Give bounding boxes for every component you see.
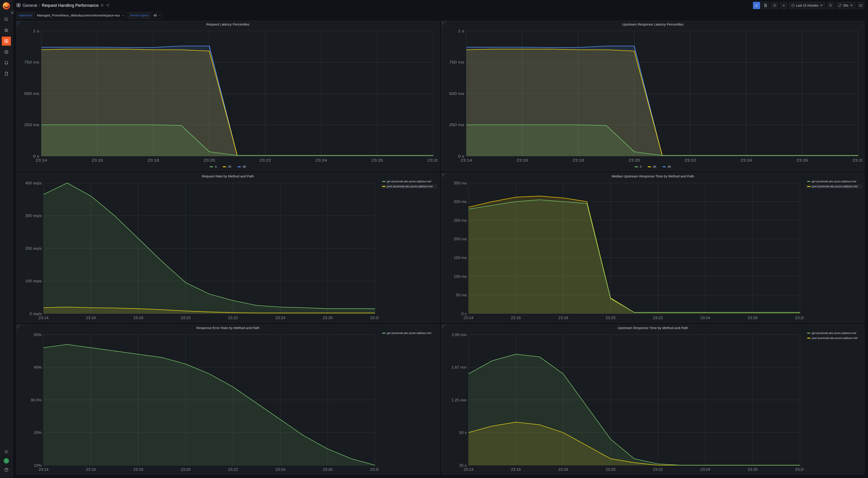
connections-icon[interactable]: [2, 69, 11, 78]
svg-text:500 ms: 500 ms: [24, 92, 39, 96]
svg-rect-21: [765, 6, 766, 7]
alerting-icon[interactable]: [2, 58, 11, 67]
svg-text:1 s: 1 s: [33, 29, 39, 33]
svg-text:23:22: 23:22: [259, 158, 271, 162]
svg-text:23:28: 23:28: [852, 158, 862, 162]
add-panel-button[interactable]: [753, 2, 760, 9]
zoom-out-button[interactable]: [827, 2, 834, 9]
panel-error-rate[interactable]: Response Error Rate by Method and Path10…: [16, 324, 439, 474]
svg-line-28: [831, 6, 832, 6]
svg-text:23:14: 23:14: [39, 467, 49, 472]
dashboard-insights-button[interactable]: [771, 2, 778, 9]
panel-req-rate[interactable]: Request Rate by Method and Path0 req/s10…: [16, 173, 439, 323]
avatar[interactable]: [4, 458, 9, 464]
legend-item[interactable]: .95: [221, 165, 232, 169]
dashboard-home-icon[interactable]: [16, 3, 21, 8]
legend-item[interactable]: post azurevote.aks.azure.sabbour.me/: [381, 184, 437, 189]
panel-info-icon[interactable]: [17, 324, 22, 330]
svg-rect-10: [19, 3, 20, 5]
svg-line-1: [7, 20, 8, 21]
sidebar-expand-button[interactable]: [11, 11, 14, 14]
svg-text:23:14: 23:14: [464, 316, 473, 320]
svg-text:23:18: 23:18: [133, 316, 143, 320]
legend-item[interactable]: post azurevote.aks.azure.sabbour.me/: [806, 184, 862, 189]
svg-text:23:14: 23:14: [35, 158, 47, 162]
legend-item[interactable]: .5: [633, 165, 643, 169]
share-dashboard-icon[interactable]: [106, 3, 110, 8]
svg-text:23:16: 23:16: [511, 467, 521, 472]
grafana-logo[interactable]: [3, 2, 10, 9]
svg-text:23:22: 23:22: [228, 467, 238, 472]
legend-item[interactable]: post azurevote.aks.azure.sabbour.me/: [806, 336, 862, 340]
chart-plot[interactable]: 0 s250 ms500 ms750 ms1 s23:1423:1623:182…: [18, 28, 437, 163]
help-icon[interactable]: [2, 465, 11, 474]
configuration-icon[interactable]: [2, 447, 11, 456]
panel-info-icon[interactable]: [441, 324, 447, 330]
chart-plot[interactable]: 0 s250 ms500 ms750 ms1 s23:1423:1623:182…: [443, 28, 862, 163]
svg-text:2.08 min: 2.08 min: [452, 332, 467, 337]
svg-text:23:24: 23:24: [275, 316, 285, 320]
chart-plot[interactable]: 25 s50 s1.25 min1.67 min2.08 min23:1423:…: [443, 331, 804, 472]
time-range-picker[interactable]: Last 15 minutes: [789, 2, 826, 9]
panel-title: Response Error Rate by Method and Path: [17, 324, 439, 331]
legend: .5.95.99: [443, 163, 862, 169]
svg-rect-4: [4, 41, 6, 43]
save-dashboard-button[interactable]: [762, 2, 769, 9]
svg-text:23:14: 23:14: [39, 316, 49, 320]
var-datasource-select[interactable]: Managed_Prometheus_defaultazuremonitorwo…: [35, 12, 125, 19]
starred-icon[interactable]: [2, 26, 11, 35]
var-ingress-select[interactable]: All: [151, 12, 162, 19]
legend-item[interactable]: .99: [661, 165, 672, 169]
svg-text:23:16: 23:16: [511, 316, 521, 320]
panel-upstream-latency[interactable]: Upstream Response Latency Percentiles0 s…: [441, 21, 864, 171]
svg-text:23:16: 23:16: [86, 316, 96, 320]
panel-info-icon[interactable]: [17, 21, 22, 26]
legend-item[interactable]: get azurevote.aks.azure.sabbour.me/: [381, 331, 437, 335]
svg-point-15: [108, 6, 109, 6]
legend: get azurevote.aks.azure.sabbour.me/: [379, 331, 437, 472]
panel-req-latency[interactable]: Request Latency Percentiles0 s250 ms500 …: [16, 21, 439, 171]
breadcrumb: General / Request Handling Performance: [23, 3, 98, 8]
panel-info-icon[interactable]: [441, 173, 447, 178]
svg-text:750 ms: 750 ms: [449, 60, 464, 64]
var-datasource-label: datasource: [16, 12, 35, 19]
svg-text:350 ms: 350 ms: [454, 181, 467, 185]
svg-text:23:24: 23:24: [741, 158, 752, 162]
breadcrumb-folder[interactable]: General: [23, 3, 37, 8]
svg-point-14: [108, 4, 109, 4]
svg-text:23:28: 23:28: [795, 467, 804, 472]
svg-text:0 s: 0 s: [458, 154, 464, 158]
svg-text:300 ms: 300 ms: [454, 199, 467, 204]
panel-info-icon[interactable]: [441, 21, 447, 26]
legend-item[interactable]: get azurevote.aks.azure.sabbour.me/: [806, 180, 862, 184]
panel-title: Request Latency Percentiles: [17, 21, 439, 28]
legend-item[interactable]: .95: [647, 165, 657, 169]
chart-plot[interactable]: 10%20%30.0%40%50%23:1423:1623:1823:2023:…: [18, 331, 379, 472]
tv-mode-button[interactable]: [857, 2, 864, 9]
svg-text:23:16: 23:16: [517, 158, 528, 162]
dashboards-icon[interactable]: [2, 37, 11, 46]
chart-plot[interactable]: 0 s50 ms100 ms150 ms200 ms250 ms300 ms35…: [443, 180, 804, 321]
dashboard-settings-button[interactable]: [780, 2, 787, 9]
star-dashboard-icon[interactable]: [100, 3, 104, 8]
search-icon[interactable]: [2, 15, 11, 24]
svg-text:150 ms: 150 ms: [454, 255, 467, 260]
legend-item[interactable]: get azurevote.aks.azure.sabbour.me/: [381, 180, 437, 184]
panel-median-upstream[interactable]: Median Upstream Response Time by Method …: [441, 173, 864, 323]
svg-point-6: [4, 51, 8, 54]
svg-text:20%: 20%: [34, 431, 42, 435]
svg-text:23:22: 23:22: [653, 467, 663, 472]
svg-rect-2: [4, 39, 6, 41]
svg-rect-12: [19, 5, 20, 7]
svg-rect-20: [765, 4, 766, 5]
svg-text:23:18: 23:18: [572, 158, 584, 162]
legend-item[interactable]: get azurevote.aks.azure.sabbour.me/: [806, 331, 862, 335]
legend-item[interactable]: .5: [209, 165, 218, 169]
panel-title: Upstream Response Latency Percentiles: [441, 21, 864, 28]
explore-icon[interactable]: [2, 47, 11, 57]
legend-item[interactable]: .99: [236, 165, 247, 169]
refresh-picker[interactable]: 30s: [836, 2, 855, 9]
svg-rect-30: [860, 4, 862, 6]
chart-plot[interactable]: 0 req/s100 req/s200 req/s300 req/s400 re…: [18, 180, 379, 321]
panel-upstream-time[interactable]: Upstream Response Time by Method and Pat…: [441, 324, 864, 474]
